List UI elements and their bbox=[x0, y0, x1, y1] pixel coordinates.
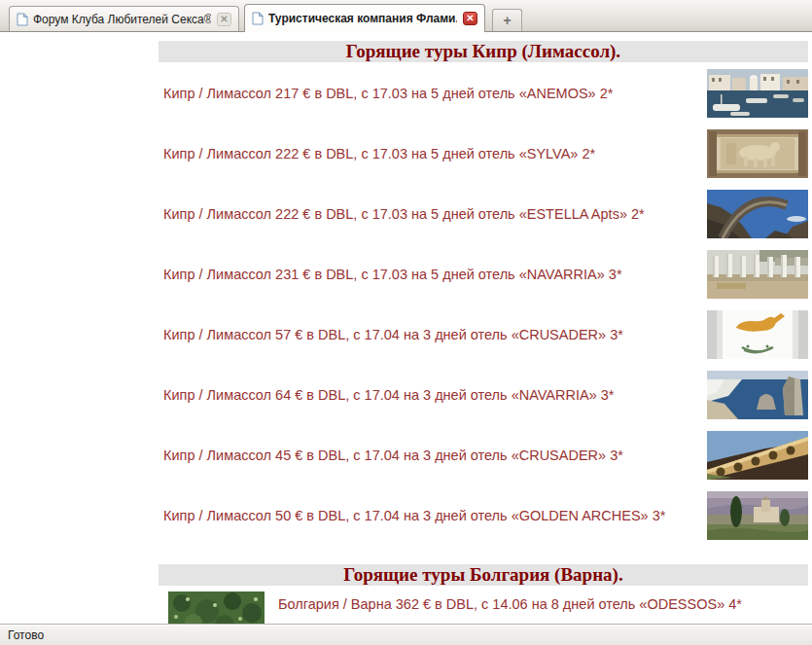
tour-text: Кипр / Лимассол 231 € в DBL, с 17.03 на … bbox=[159, 266, 691, 283]
ancient-columns-photo bbox=[707, 250, 808, 299]
tour-text: Болгария / Варна 362 € в DBL, с 14.06 на… bbox=[278, 591, 803, 613]
tab-close-icon[interactable]: ✕ bbox=[463, 12, 477, 25]
stone-relief-photo bbox=[707, 129, 808, 178]
cyprus-flag-photo bbox=[707, 310, 808, 359]
tour-row: Кипр / Лимассол 45 € в DBL, с 17.04 на 3… bbox=[159, 431, 808, 480]
page-content: Горящие туры Кипр (Лимассол). Кипр / Лим… bbox=[159, 41, 808, 635]
tour-text: Кипр / Лимассол 57 € в DBL, с 17.04 на 3… bbox=[159, 326, 691, 343]
tab-close-icon[interactable]: ✕ bbox=[217, 13, 231, 26]
ancient-arch-photo bbox=[707, 190, 808, 238]
tour-text: Кипр / Лимассол 45 € в DBL, с 17.04 на 3… bbox=[159, 447, 691, 464]
tour-text: Кипр / Лимассол 50 € в DBL, с 17.04 на 3… bbox=[159, 507, 691, 524]
tour-text: Кипр / Лимассол 222 € в DBL, с 17.03 на … bbox=[159, 145, 691, 162]
section-heading-cyprus: Горящие туры Кипр (Лимассол). bbox=[159, 41, 808, 62]
harbor-marina-photo bbox=[707, 69, 808, 118]
aqueduct-photo bbox=[707, 431, 808, 480]
tab-title: Туристическая компания Флами... bbox=[268, 12, 457, 25]
status-bar: Готово bbox=[0, 624, 812, 645]
tour-row: Кипр / Лимассол 222 € в DBL, с 17.03 на … bbox=[159, 190, 808, 238]
section-heading-bulgaria: Горящие туры Болгария (Варна). bbox=[159, 564, 808, 586]
cypress-church-photo bbox=[707, 491, 808, 540]
tab-tourism-active[interactable]: Туристическая компания Флами... ✕ bbox=[244, 4, 485, 32]
plus-icon: + bbox=[503, 13, 511, 28]
sea-rock-coast-photo bbox=[707, 371, 808, 419]
tour-row: Кипр / Лимассол 222 € в DBL, с 17.03 на … bbox=[159, 129, 808, 178]
tour-row: Кипр / Лимассол 217 € в DBL, с 17.03 на … bbox=[159, 69, 808, 118]
page-icon bbox=[17, 13, 28, 26]
tour-row: Кипр / Лимассол 231 € в DBL, с 17.03 на … bbox=[159, 250, 808, 299]
page-icon bbox=[252, 12, 264, 25]
tour-row: Кипр / Лимассол 64 € в DBL, с 17.04 на 3… bbox=[159, 371, 808, 419]
tab-title: Форум Клуба Любителей Секса®: П... bbox=[33, 13, 211, 26]
tour-list-cyprus: Кипр / Лимассол 217 € в DBL, с 17.03 на … bbox=[159, 62, 808, 540]
status-text: Готово bbox=[0, 628, 44, 642]
tour-row: Кипр / Лимассол 50 € в DBL, с 17.04 на 3… bbox=[159, 491, 808, 540]
tour-text: Кипр / Лимассол 217 € в DBL, с 17.03 на … bbox=[159, 85, 691, 102]
tab-forum[interactable]: Форум Клуба Любителей Секса®: П... ✕ bbox=[9, 6, 239, 31]
new-tab-button[interactable]: + bbox=[492, 9, 522, 31]
tour-row: Кипр / Лимассол 57 € в DBL, с 17.04 на 3… bbox=[159, 310, 808, 359]
tab-bar: Форум Клуба Любителей Секса®: П... ✕ Тур… bbox=[0, 0, 812, 32]
tour-text: Кипр / Лимассол 222 € в DBL, с 17.03 на … bbox=[159, 205, 691, 223]
browser-window: Форум Клуба Любителей Секса®: П... ✕ Тур… bbox=[0, 0, 812, 645]
tour-text: Кипр / Лимассол 64 € в DBL, с 17.04 на 3… bbox=[159, 386, 691, 404]
